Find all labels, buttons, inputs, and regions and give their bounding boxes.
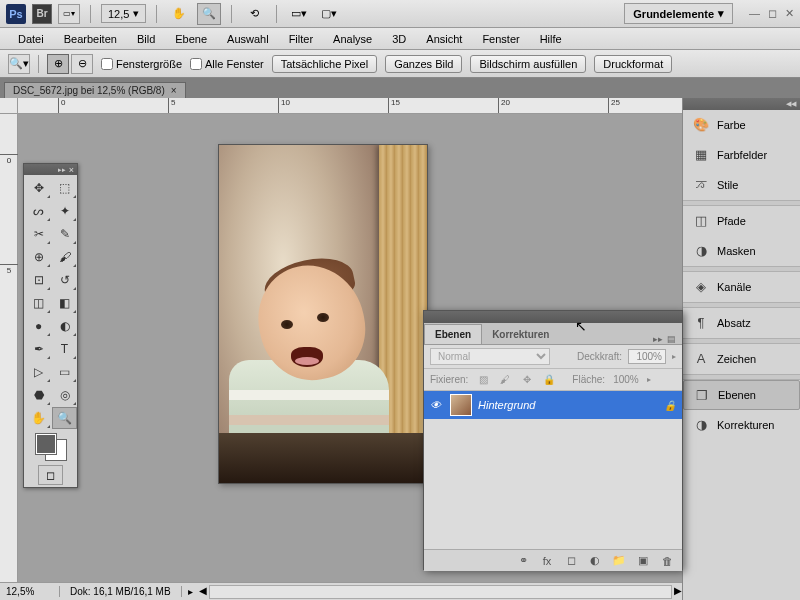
move-tool-icon[interactable]: ✥: [26, 177, 51, 199]
document-tab-close-icon[interactable]: ×: [171, 85, 177, 96]
3d-camera-tool-icon[interactable]: ◎: [52, 384, 77, 406]
panel-farbe[interactable]: 🎨Farbe: [683, 110, 800, 140]
layers-panel-titlebar[interactable]: [424, 311, 682, 323]
current-tool-icon[interactable]: 🔍▾: [8, 54, 30, 74]
menu-auswahl[interactable]: Auswahl: [217, 30, 279, 48]
menu-bild[interactable]: Bild: [127, 30, 165, 48]
pen-tool-icon[interactable]: ✒: [26, 338, 51, 360]
lock-position-icon[interactable]: ✥: [520, 373, 534, 387]
minimize-button[interactable]: —: [749, 7, 760, 20]
actual-pixels-button[interactable]: Tatsächliche Pixel: [272, 55, 377, 73]
opacity-input[interactable]: 100%: [628, 349, 666, 364]
layer-style-icon[interactable]: fx: [538, 553, 556, 569]
layer-group-icon[interactable]: 📁: [610, 553, 628, 569]
stamp-tool-icon[interactable]: ⊡: [26, 269, 51, 291]
tab-ebenen[interactable]: Ebenen: [424, 324, 482, 344]
zoom-out-icon[interactable]: ⊖: [71, 54, 93, 74]
panel-kanaele[interactable]: ◈Kanäle: [683, 272, 800, 302]
zoom-tool-icon2[interactable]: 🔍: [52, 407, 77, 429]
panel-collapse-icon[interactable]: ▸▸: [653, 334, 663, 344]
panel-menu-icon[interactable]: ▤: [667, 334, 676, 344]
menu-filter[interactable]: Filter: [279, 30, 323, 48]
layers-list-area[interactable]: [424, 419, 682, 549]
menu-fenster[interactable]: Fenster: [472, 30, 529, 48]
tab-korrekturen[interactable]: Korrekturen: [482, 325, 559, 344]
maximize-button[interactable]: ◻: [768, 7, 777, 20]
wand-tool-icon[interactable]: ✦: [52, 200, 77, 222]
quick-mask-icon[interactable]: ◻: [38, 465, 63, 485]
layer-mask-icon[interactable]: ◻: [562, 553, 580, 569]
lasso-tool-icon[interactable]: ᔕ: [26, 200, 51, 222]
marquee-tool-icon[interactable]: ⬚: [52, 177, 77, 199]
3d-tool-icon[interactable]: ⬣: [26, 384, 51, 406]
status-doc-info[interactable]: Dok: 16,1 MB/16,1 MB: [60, 586, 182, 597]
document-tab[interactable]: DSC_5672.jpg bei 12,5% (RGB/8) ×: [4, 82, 186, 98]
lock-transparency-icon[interactable]: ▨: [476, 373, 490, 387]
history-brush-tool-icon[interactable]: ↺: [52, 269, 77, 291]
fill-input[interactable]: 100%: [613, 374, 639, 385]
gradient-tool-icon[interactable]: ◧: [52, 292, 77, 314]
lock-all-icon[interactable]: 🔒: [542, 373, 556, 387]
layer-visibility-icon[interactable]: 👁: [430, 399, 444, 411]
delete-layer-icon[interactable]: 🗑: [658, 553, 676, 569]
workspace-dropdown[interactable]: Grundelemente▾: [624, 3, 733, 24]
horizontal-scrollbar[interactable]: ◀▶: [199, 585, 682, 599]
menu-hilfe[interactable]: Hilfe: [530, 30, 572, 48]
panel-absatz[interactable]: ¶Absatz: [683, 308, 800, 338]
dodge-tool-icon[interactable]: ◐: [52, 315, 77, 337]
fill-screen-button[interactable]: Bildschirm ausfüllen: [470, 55, 586, 73]
eyedropper-tool-icon[interactable]: ✎: [52, 223, 77, 245]
blend-mode-dropdown[interactable]: Normal: [430, 348, 550, 365]
panel-pfade[interactable]: ◫Pfade: [683, 206, 800, 236]
menu-bearbeiten[interactable]: Bearbeiten: [54, 30, 127, 48]
print-size-button[interactable]: Druckformat: [594, 55, 672, 73]
toolbox-header[interactable]: ▸▸×: [24, 164, 77, 175]
panel-korrekturen[interactable]: ◑Korrekturen: [683, 410, 800, 440]
healing-tool-icon[interactable]: ⊕: [26, 246, 51, 268]
arrange-docs-icon[interactable]: ▭▾: [287, 3, 311, 25]
canvas-image[interactable]: [218, 144, 428, 484]
panel-ebenen[interactable]: ❐Ebenen: [683, 380, 800, 410]
foreground-color-swatch[interactable]: [36, 434, 56, 454]
status-menu-icon[interactable]: ▸: [182, 586, 199, 597]
zoom-dropdown[interactable]: 12,5▾: [101, 4, 146, 23]
fit-screen-button[interactable]: Ganzes Bild: [385, 55, 462, 73]
link-layers-icon[interactable]: ⚭: [514, 553, 532, 569]
close-button[interactable]: ✕: [785, 7, 794, 20]
new-layer-icon[interactable]: ▣: [634, 553, 652, 569]
menu-ansicht[interactable]: Ansicht: [416, 30, 472, 48]
menu-analyse[interactable]: Analyse: [323, 30, 382, 48]
all-windows-checkbox[interactable]: Alle Fenster: [190, 58, 264, 70]
hand-tool-icon[interactable]: ✋: [167, 3, 191, 25]
panel-zeichen[interactable]: AZeichen: [683, 344, 800, 374]
menu-3d[interactable]: 3D: [382, 30, 416, 48]
zoom-in-icon[interactable]: ⊕: [47, 54, 69, 74]
lock-pixels-icon[interactable]: 🖌: [498, 373, 512, 387]
menu-datei[interactable]: Datei: [8, 30, 54, 48]
panel-stile[interactable]: ꯍStile: [683, 170, 800, 200]
type-tool-icon[interactable]: T: [52, 338, 77, 360]
path-select-tool-icon[interactable]: ▷: [26, 361, 51, 383]
screen-mode-icon[interactable]: ▢▾: [317, 3, 341, 25]
brush-tool-icon[interactable]: 🖌: [52, 246, 77, 268]
layer-row[interactable]: 👁 Hintergrund 🔒: [424, 391, 682, 419]
status-zoom[interactable]: 12,5%: [0, 586, 60, 597]
panel-masken[interactable]: ◑Masken: [683, 236, 800, 266]
photoshop-icon[interactable]: Ps: [6, 4, 26, 24]
adjustment-layer-icon[interactable]: ◐: [586, 553, 604, 569]
crop-tool-icon[interactable]: ✂: [26, 223, 51, 245]
hand-tool-icon2[interactable]: ✋: [26, 407, 51, 429]
blur-tool-icon[interactable]: ●: [26, 315, 51, 337]
layer-thumbnail[interactable]: [450, 394, 472, 416]
collapse-panels-icon[interactable]: ◀◀: [786, 100, 796, 108]
doc-layout-dropdown[interactable]: ▭▾: [58, 4, 80, 24]
menu-ebene[interactable]: Ebene: [165, 30, 217, 48]
shape-tool-icon[interactable]: ▭: [52, 361, 77, 383]
resize-windows-checkbox[interactable]: Fenstergröße: [101, 58, 182, 70]
color-swatches[interactable]: [36, 434, 66, 460]
zoom-tool-icon[interactable]: 🔍: [197, 3, 221, 25]
rotate-view-icon[interactable]: ⟲: [242, 3, 266, 25]
panel-farbfelder[interactable]: ▦Farbfelder: [683, 140, 800, 170]
bridge-icon[interactable]: Br: [32, 4, 52, 24]
eraser-tool-icon[interactable]: ◫: [26, 292, 51, 314]
